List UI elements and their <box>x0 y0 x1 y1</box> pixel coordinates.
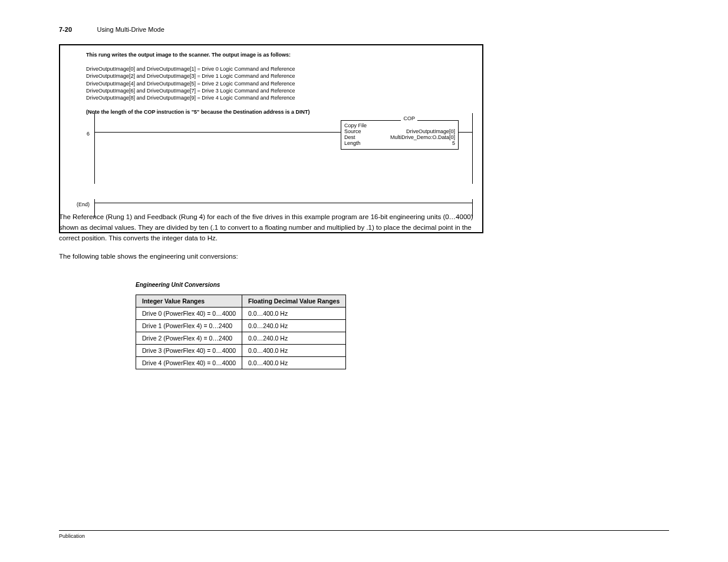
table-row: Drive 1 (PowerFlex 4) = 0…2400 0.0…240.0… <box>136 320 346 332</box>
cop-source-label: Source <box>344 128 361 134</box>
cop-label: COP <box>401 115 417 121</box>
table-row: Drive 4 (PowerFlex 40) = 0…4000 0.0…400.… <box>136 357 346 369</box>
table-cell: 0.0…240.0 Hz <box>242 320 346 332</box>
table-row: Drive 0 (PowerFlex 40) = 0…4000 0.0…400.… <box>136 308 346 320</box>
table-header-row: Integer Value Ranges Floating Decimal Va… <box>136 295 346 308</box>
table-cell: Drive 1 (PowerFlex 4) = 0…2400 <box>136 320 242 332</box>
rung-rail: COP Copy File Source DriveOutputImage[0]… <box>93 117 474 176</box>
col-header: Floating Decimal Value Ranges <box>242 295 346 308</box>
section-title: Using Multi-Drive Mode <box>97 26 164 33</box>
cop-dest-value: MultiDrive_Demo:O.Data[0] <box>390 134 455 140</box>
rung-wire-right <box>459 132 473 133</box>
table-cell: 0.0…240.0 Hz <box>242 332 346 345</box>
table-cell: Drive 4 (PowerFlex 40) = 0…4000 <box>136 357 242 369</box>
table-row: Drive 2 (PowerFlex 4) = 0…2400 0.0…240.0… <box>136 332 346 345</box>
comment-note: (Note the length of the COP instruction … <box>86 109 309 115</box>
cop-name: Copy File <box>344 123 455 128</box>
rung-6: 6 COP Copy File Source DriveOutputImage[… <box>68 117 474 176</box>
comment-line: DriveOutputImage[0] and DriveOutputImage… <box>86 66 295 72</box>
conversion-table: Integer Value Ranges Floating Decimal Va… <box>136 295 346 369</box>
rung-number: 6 <box>68 117 93 137</box>
table-cell: Drive 0 (PowerFlex 40) = 0…4000 <box>136 308 242 320</box>
ladder-diagram: This rung writes the output image to the… <box>59 44 483 233</box>
end-wire <box>94 203 473 203</box>
comment-intro: This rung writes the output image to the… <box>86 52 291 58</box>
right-rail <box>472 113 473 184</box>
comment-line: DriveOutputImage[2] and DriveOutputImage… <box>86 73 295 79</box>
cop-dest-label: Dest <box>344 134 355 140</box>
table-cell: 0.0…400.0 Hz <box>242 308 346 320</box>
paragraph: The following table shows the engineerin… <box>59 252 483 262</box>
page-header: 7-20 Using Multi-Drive Mode <box>59 24 669 34</box>
table-row: Drive 3 (PowerFlex 40) = 0…4000 0.0…400.… <box>136 345 346 357</box>
comment-line: DriveOutputImage[8] and DriveOutputImage… <box>86 95 295 101</box>
rung-wire <box>94 132 348 133</box>
left-rail <box>94 113 95 184</box>
page-number: 7-20 <box>59 26 72 33</box>
body-paragraphs: The Reference (Rung 1) and Feedback (Run… <box>59 212 483 270</box>
rung-comment: This rung writes the output image to the… <box>86 51 460 115</box>
footer-pub: Publication <box>59 533 85 539</box>
table-caption: Engineering Unit Conversions <box>136 282 220 288</box>
comment-line: DriveOutputImage[4] and DriveOutputImage… <box>86 81 295 87</box>
paragraph: The Reference (Rung 1) and Feedback (Run… <box>59 212 483 243</box>
cop-length-value: 5 <box>452 140 455 146</box>
comment-line: DriveOutputImage[6] and DriveOutputImage… <box>86 88 295 94</box>
table-cell: 0.0…400.0 Hz <box>242 345 346 357</box>
table-cell: Drive 3 (PowerFlex 40) = 0…4000 <box>136 345 242 357</box>
table-cell: Drive 2 (PowerFlex 4) = 0…2400 <box>136 332 242 345</box>
cop-source-value: DriveOutputImage[0] <box>406 128 455 134</box>
col-header: Integer Value Ranges <box>136 295 242 308</box>
page-footer: Publication <box>59 530 669 539</box>
table-cell: 0.0…400.0 Hz <box>242 357 346 369</box>
cop-length-label: Length <box>344 140 361 146</box>
cop-instruction: Copy File Source DriveOutputImage[0] Des… <box>341 120 459 150</box>
